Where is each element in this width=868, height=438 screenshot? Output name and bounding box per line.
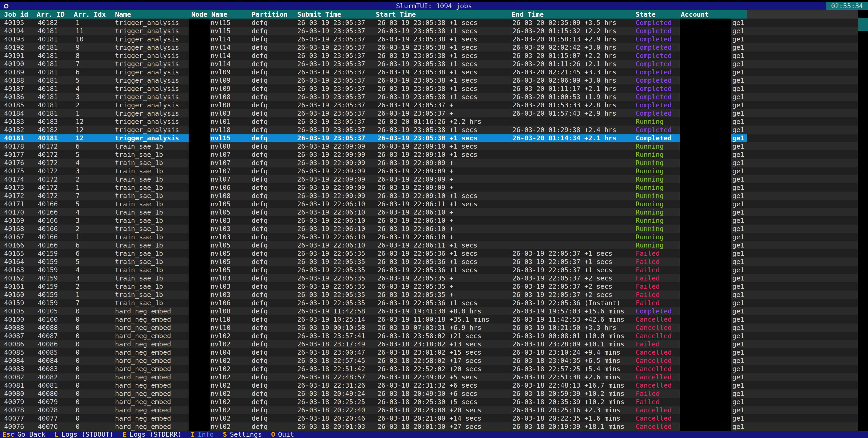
cell-arr-id: 40181 [38, 101, 58, 109]
cell-arr-idx: 0 [75, 381, 80, 390]
cell-name: trigger_analysis [115, 85, 179, 93]
app-title: SlurmTUI: 1094 jobs [0, 2, 868, 10]
cell-name: trigger_analysis [115, 134, 179, 142]
cell-partition: defq [252, 52, 268, 60]
cell-start: 26-03-19 23:05:38 +1 secs [377, 134, 477, 142]
column-header[interactable]: End Time [512, 10, 544, 19]
column-header[interactable]: Start Time [376, 10, 416, 19]
cell-account: ge1 [732, 126, 744, 134]
cell-name: train_sae_1b [115, 150, 163, 159]
footer-action-logs-stdout[interactable]: LLogs (STDOUT) [55, 431, 114, 438]
cell-job-id: 40177 [4, 150, 24, 159]
cell-partition: defq [252, 258, 268, 266]
cell-state: Running [636, 142, 663, 150]
cell-partition: defq [252, 109, 268, 117]
cell-arr-idx: 5 [75, 200, 80, 208]
cell-account: ge1 [732, 315, 744, 324]
cell-start: 26-03-18 22:52:02 +20 secs [377, 365, 482, 373]
footer-action-info[interactable]: IInfo [191, 431, 214, 438]
cell-name: train_sae_1b [115, 175, 163, 183]
cell-start: 26-03-19 22:09:09 + [377, 183, 454, 192]
cell-arr-idx: 0 [75, 398, 80, 406]
cell-job-id: 40176 [4, 159, 24, 167]
cell-end: 26-03-20 01:14:34 +2.1 hrs [513, 134, 616, 142]
cell-account: ge1 [732, 150, 744, 159]
cell-name: hard_neg_embed [115, 373, 171, 381]
cell-node: nvl15 [211, 134, 230, 142]
cell-arr-id: 40077 [38, 414, 58, 423]
cell-submit: 26-03-19 23:05:37 [297, 68, 365, 76]
column-header[interactable]: Arr. Idx [74, 10, 106, 19]
cell-partition: defq [252, 233, 268, 241]
footer-action-quit[interactable]: QQuit [271, 431, 294, 438]
cell-submit: 26-03-19 22:05:35 [297, 274, 365, 282]
cell-arr-id: 40159 [38, 274, 58, 282]
cell-submit: 26-03-18 22:51:42 [297, 365, 365, 373]
cell-submit: 26-03-19 22:05:35 [297, 291, 365, 299]
cell-name: train_sae_1b [115, 159, 163, 167]
cell-start: 26-03-19 22:05:36 +1 secs [377, 299, 477, 307]
cell-submit: 26-03-19 23:05:37 [297, 85, 365, 93]
cell-name: train_sae_1b [115, 241, 163, 249]
cell-partition: defq [252, 68, 268, 76]
cell-account: ge1 [732, 43, 744, 52]
footer-label: Quit [278, 431, 294, 438]
cell-node: nvl03 [211, 216, 230, 225]
column-header[interactable]: Node Name [191, 10, 227, 19]
cell-submit: 26-03-19 22:09:09 [297, 150, 365, 159]
cell-submit: 26-03-18 22:48:57 [297, 373, 365, 381]
scrollbar-track[interactable] [858, 10, 868, 431]
cell-partition: defq [252, 35, 268, 43]
title-bar: SlurmTUI: 1094 jobs 02:55:34 [0, 2, 868, 10]
cell-end: 26-03-18 20:59:39 +10.2 mins [513, 390, 624, 398]
column-header[interactable]: Account [681, 10, 709, 19]
cell-arr-idx: 5 [75, 150, 80, 159]
cell-name: train_sae_1b [115, 274, 163, 282]
cell-arr-idx: 0 [75, 423, 80, 431]
cell-submit: 26-03-19 23:05:37 [297, 43, 365, 52]
cell-start: 26-03-19 22:09:10 +1 secs [377, 142, 477, 150]
footer-action-go-back[interactable]: EscGo Back [2, 431, 45, 438]
cell-state: Cancelled [636, 315, 672, 324]
footer-action-logs-stderr[interactable]: ELogs (STDERR) [123, 431, 182, 438]
cell-node: nvl10 [211, 324, 230, 332]
cell-account: ge1 [732, 19, 744, 27]
cell-job-id: 40162 [4, 274, 24, 282]
footer-action-settings[interactable]: SSettings [223, 431, 262, 438]
cell-arr-idx: 0 [75, 406, 80, 414]
column-header[interactable]: Arr. ID [37, 10, 65, 19]
cell-arr-id: 40159 [38, 258, 58, 266]
cell-node: nvl07 [211, 150, 230, 159]
column-header[interactable]: Partition [252, 10, 287, 19]
cell-name: trigger_analysis [115, 101, 179, 109]
column-header[interactable]: Submit Time [297, 10, 341, 19]
cell-node: nvl05 [211, 249, 230, 258]
cell-submit: 26-03-19 23:05:37 [297, 76, 365, 85]
cell-name: hard_neg_embed [115, 315, 171, 324]
cell-account: ge1 [732, 390, 744, 398]
cell-arr-idx: 1 [75, 233, 80, 241]
column-header[interactable]: State [636, 10, 656, 19]
cell-name: train_sae_1b [115, 183, 163, 192]
cell-name: trigger_analysis [115, 68, 179, 76]
cell-submit: 26-03-19 22:05:35 [297, 249, 365, 258]
column-header[interactable]: Job id [4, 10, 28, 19]
cell-submit: 26-03-18 20:01:03 [297, 423, 365, 431]
cell-arr-id: 40105 [38, 307, 58, 315]
cell-end: 26-03-20 01:15:32 +2.2 hrs [513, 27, 616, 35]
cell-start: 26-03-18 23:18:02 +13 secs [377, 340, 482, 348]
scrollbar-thumb[interactable] [858, 18, 868, 31]
cell-state: Running [636, 150, 663, 159]
cell-arr-idx: 0 [75, 348, 80, 357]
cell-arr-idx: 2 [75, 282, 80, 291]
cell-job-id: 40100 [4, 315, 24, 324]
cell-partition: defq [252, 266, 268, 274]
cell-submit: 26-03-19 23:05:37 [297, 52, 365, 60]
cell-account: ge1 [732, 183, 744, 192]
column-header[interactable]: Name [115, 10, 131, 19]
cell-partition: defq [252, 192, 268, 200]
cell-arr-id: 40159 [38, 282, 58, 291]
cell-name: hard_neg_embed [115, 423, 171, 431]
cell-end: 26-03-19 22:05:37 +2 secs [513, 291, 613, 299]
cell-partition: defq [252, 291, 268, 299]
